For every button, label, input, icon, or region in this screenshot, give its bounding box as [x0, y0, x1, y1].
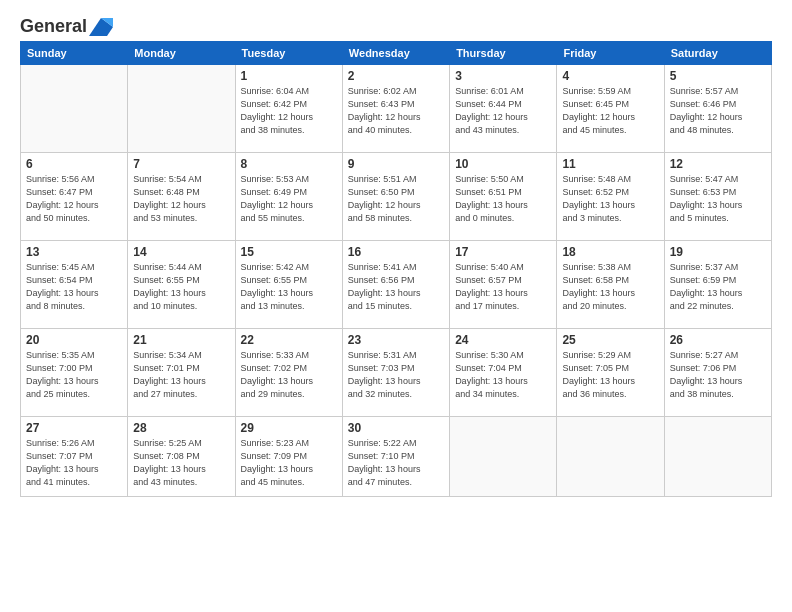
header-cell-friday: Friday: [557, 42, 664, 65]
calendar-cell: 13Sunrise: 5:45 AM Sunset: 6:54 PM Dayli…: [21, 241, 128, 329]
day-number: 25: [562, 333, 658, 347]
header: General: [20, 16, 772, 35]
day-info: Sunrise: 5:23 AM Sunset: 7:09 PM Dayligh…: [241, 437, 337, 489]
calendar-cell: 25Sunrise: 5:29 AM Sunset: 7:05 PM Dayli…: [557, 329, 664, 417]
day-info: Sunrise: 5:56 AM Sunset: 6:47 PM Dayligh…: [26, 173, 122, 225]
header-cell-tuesday: Tuesday: [235, 42, 342, 65]
day-info: Sunrise: 5:35 AM Sunset: 7:00 PM Dayligh…: [26, 349, 122, 401]
page: General SundayMondayTuesdayWednesdayThur…: [0, 0, 792, 612]
day-number: 12: [670, 157, 766, 171]
day-number: 4: [562, 69, 658, 83]
calendar-cell: [664, 417, 771, 497]
week-row-1: 1Sunrise: 6:04 AM Sunset: 6:42 PM Daylig…: [21, 65, 772, 153]
day-number: 3: [455, 69, 551, 83]
logo: General: [20, 16, 113, 35]
day-info: Sunrise: 5:22 AM Sunset: 7:10 PM Dayligh…: [348, 437, 444, 489]
day-number: 24: [455, 333, 551, 347]
day-info: Sunrise: 5:37 AM Sunset: 6:59 PM Dayligh…: [670, 261, 766, 313]
day-info: Sunrise: 5:34 AM Sunset: 7:01 PM Dayligh…: [133, 349, 229, 401]
calendar-cell: 26Sunrise: 5:27 AM Sunset: 7:06 PM Dayli…: [664, 329, 771, 417]
day-number: 1: [241, 69, 337, 83]
day-info: Sunrise: 6:01 AM Sunset: 6:44 PM Dayligh…: [455, 85, 551, 137]
calendar-cell: 6Sunrise: 5:56 AM Sunset: 6:47 PM Daylig…: [21, 153, 128, 241]
day-number: 16: [348, 245, 444, 259]
calendar-cell: 16Sunrise: 5:41 AM Sunset: 6:56 PM Dayli…: [342, 241, 449, 329]
calendar-cell: 9Sunrise: 5:51 AM Sunset: 6:50 PM Daylig…: [342, 153, 449, 241]
day-info: Sunrise: 5:48 AM Sunset: 6:52 PM Dayligh…: [562, 173, 658, 225]
calendar-body: 1Sunrise: 6:04 AM Sunset: 6:42 PM Daylig…: [21, 65, 772, 497]
calendar-cell: [557, 417, 664, 497]
day-info: Sunrise: 5:42 AM Sunset: 6:55 PM Dayligh…: [241, 261, 337, 313]
calendar-cell: 21Sunrise: 5:34 AM Sunset: 7:01 PM Dayli…: [128, 329, 235, 417]
calendar-cell: 29Sunrise: 5:23 AM Sunset: 7:09 PM Dayli…: [235, 417, 342, 497]
header-cell-thursday: Thursday: [450, 42, 557, 65]
day-number: 23: [348, 333, 444, 347]
day-info: Sunrise: 5:40 AM Sunset: 6:57 PM Dayligh…: [455, 261, 551, 313]
day-number: 20: [26, 333, 122, 347]
day-info: Sunrise: 5:30 AM Sunset: 7:04 PM Dayligh…: [455, 349, 551, 401]
header-cell-saturday: Saturday: [664, 42, 771, 65]
calendar-header: SundayMondayTuesdayWednesdayThursdayFrid…: [21, 42, 772, 65]
day-number: 17: [455, 245, 551, 259]
day-info: Sunrise: 5:33 AM Sunset: 7:02 PM Dayligh…: [241, 349, 337, 401]
calendar-cell: 20Sunrise: 5:35 AM Sunset: 7:00 PM Dayli…: [21, 329, 128, 417]
calendar-cell: 14Sunrise: 5:44 AM Sunset: 6:55 PM Dayli…: [128, 241, 235, 329]
calendar-cell: 23Sunrise: 5:31 AM Sunset: 7:03 PM Dayli…: [342, 329, 449, 417]
day-info: Sunrise: 5:57 AM Sunset: 6:46 PM Dayligh…: [670, 85, 766, 137]
calendar-cell: 27Sunrise: 5:26 AM Sunset: 7:07 PM Dayli…: [21, 417, 128, 497]
calendar-cell: 1Sunrise: 6:04 AM Sunset: 6:42 PM Daylig…: [235, 65, 342, 153]
day-info: Sunrise: 5:50 AM Sunset: 6:51 PM Dayligh…: [455, 173, 551, 225]
day-info: Sunrise: 5:59 AM Sunset: 6:45 PM Dayligh…: [562, 85, 658, 137]
week-row-4: 20Sunrise: 5:35 AM Sunset: 7:00 PM Dayli…: [21, 329, 772, 417]
calendar-cell: 22Sunrise: 5:33 AM Sunset: 7:02 PM Dayli…: [235, 329, 342, 417]
day-number: 2: [348, 69, 444, 83]
day-info: Sunrise: 5:25 AM Sunset: 7:08 PM Dayligh…: [133, 437, 229, 489]
week-row-2: 6Sunrise: 5:56 AM Sunset: 6:47 PM Daylig…: [21, 153, 772, 241]
calendar-cell: 15Sunrise: 5:42 AM Sunset: 6:55 PM Dayli…: [235, 241, 342, 329]
calendar-cell: [450, 417, 557, 497]
header-cell-monday: Monday: [128, 42, 235, 65]
calendar-cell: 7Sunrise: 5:54 AM Sunset: 6:48 PM Daylig…: [128, 153, 235, 241]
day-info: Sunrise: 5:54 AM Sunset: 6:48 PM Dayligh…: [133, 173, 229, 225]
day-number: 13: [26, 245, 122, 259]
calendar-table: SundayMondayTuesdayWednesdayThursdayFrid…: [20, 41, 772, 497]
calendar-cell: 12Sunrise: 5:47 AM Sunset: 6:53 PM Dayli…: [664, 153, 771, 241]
day-info: Sunrise: 5:45 AM Sunset: 6:54 PM Dayligh…: [26, 261, 122, 313]
day-number: 19: [670, 245, 766, 259]
calendar-cell: 8Sunrise: 5:53 AM Sunset: 6:49 PM Daylig…: [235, 153, 342, 241]
day-number: 26: [670, 333, 766, 347]
day-number: 9: [348, 157, 444, 171]
day-number: 22: [241, 333, 337, 347]
day-number: 27: [26, 421, 122, 435]
day-number: 7: [133, 157, 229, 171]
day-number: 11: [562, 157, 658, 171]
calendar-cell: [128, 65, 235, 153]
day-info: Sunrise: 6:02 AM Sunset: 6:43 PM Dayligh…: [348, 85, 444, 137]
day-number: 30: [348, 421, 444, 435]
calendar-cell: 2Sunrise: 6:02 AM Sunset: 6:43 PM Daylig…: [342, 65, 449, 153]
day-number: 18: [562, 245, 658, 259]
calendar-cell: 11Sunrise: 5:48 AM Sunset: 6:52 PM Dayli…: [557, 153, 664, 241]
calendar-cell: 18Sunrise: 5:38 AM Sunset: 6:58 PM Dayli…: [557, 241, 664, 329]
logo-general-text: General: [20, 16, 87, 37]
day-info: Sunrise: 5:47 AM Sunset: 6:53 PM Dayligh…: [670, 173, 766, 225]
calendar-cell: 30Sunrise: 5:22 AM Sunset: 7:10 PM Dayli…: [342, 417, 449, 497]
day-info: Sunrise: 5:44 AM Sunset: 6:55 PM Dayligh…: [133, 261, 229, 313]
header-cell-wednesday: Wednesday: [342, 42, 449, 65]
day-info: Sunrise: 5:31 AM Sunset: 7:03 PM Dayligh…: [348, 349, 444, 401]
day-number: 6: [26, 157, 122, 171]
day-number: 5: [670, 69, 766, 83]
day-number: 21: [133, 333, 229, 347]
logo-text: General: [20, 16, 113, 37]
day-info: Sunrise: 5:26 AM Sunset: 7:07 PM Dayligh…: [26, 437, 122, 489]
calendar-cell: 19Sunrise: 5:37 AM Sunset: 6:59 PM Dayli…: [664, 241, 771, 329]
day-info: Sunrise: 5:29 AM Sunset: 7:05 PM Dayligh…: [562, 349, 658, 401]
calendar-cell: 10Sunrise: 5:50 AM Sunset: 6:51 PM Dayli…: [450, 153, 557, 241]
calendar-cell: 17Sunrise: 5:40 AM Sunset: 6:57 PM Dayli…: [450, 241, 557, 329]
week-row-5: 27Sunrise: 5:26 AM Sunset: 7:07 PM Dayli…: [21, 417, 772, 497]
day-number: 10: [455, 157, 551, 171]
day-info: Sunrise: 5:38 AM Sunset: 6:58 PM Dayligh…: [562, 261, 658, 313]
day-number: 15: [241, 245, 337, 259]
day-info: Sunrise: 5:41 AM Sunset: 6:56 PM Dayligh…: [348, 261, 444, 313]
day-info: Sunrise: 5:51 AM Sunset: 6:50 PM Dayligh…: [348, 173, 444, 225]
